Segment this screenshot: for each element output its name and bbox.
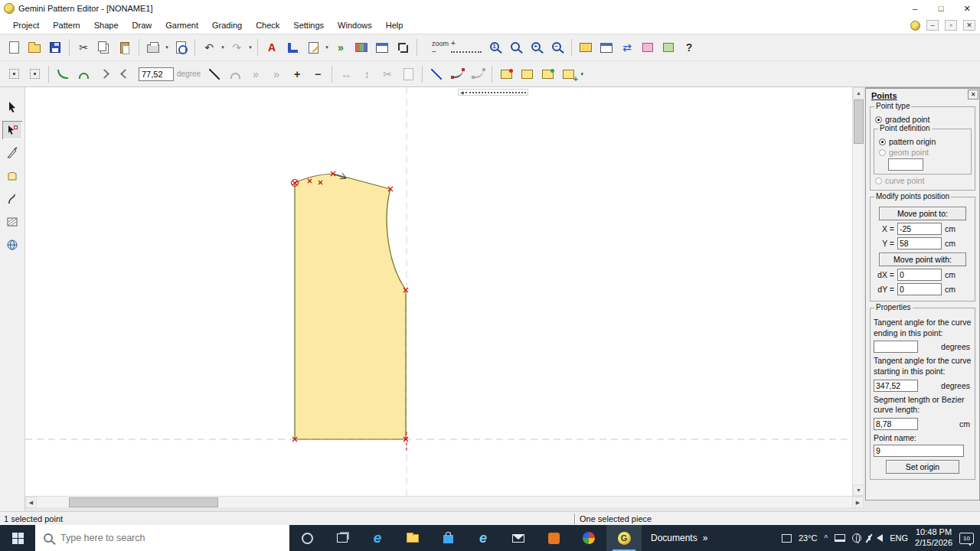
canvas-ruler-widget[interactable]: ◀ [458,89,528,96]
angle-input[interactable] [139,67,174,81]
point-name-input[interactable] [874,445,964,457]
zoom-slider-plus-icon[interactable]: + [451,39,482,47]
curve-pencil-button[interactable] [53,64,73,84]
new-piece-button[interactable]: + [558,64,578,84]
new-button[interactable] [4,37,24,57]
piece-tool-1-button[interactable] [496,64,516,84]
piece-table-button[interactable] [576,37,596,57]
menu-draw[interactable]: Draw [126,18,159,32]
zoom-slider-track[interactable] [451,51,482,53]
scroll-down-button[interactable]: ▼ [853,484,864,496]
mail-button[interactable] [501,525,536,551]
dx-input[interactable] [897,269,942,281]
scroll-up-button[interactable]: ▲ [853,87,864,99]
y-input[interactable] [897,237,942,249]
select-tool-button[interactable] [2,98,22,116]
cut-segment-button[interactable]: ✂ [377,64,397,84]
mdi-minimize-button[interactable]: – [926,20,939,31]
pc-status-icon[interactable] [835,534,845,542]
speaker-icon[interactable] [877,534,883,542]
blue-line-tool-button[interactable] [426,64,446,84]
panel-close-button[interactable]: ✕ [968,90,978,99]
store-button[interactable] [430,525,466,551]
curve-points-button[interactable] [447,64,467,84]
ruler-tool-button[interactable] [283,37,302,57]
pattern-origin-radio[interactable] [879,139,886,145]
horizontal-scrollbar[interactable]: ◀ ▶ [25,496,864,507]
piece-tool-3-button[interactable] [537,64,557,84]
geom-point-radio[interactable] [879,149,886,156]
redo-button[interactable]: ↷ [227,37,247,57]
menu-grading[interactable]: Grading [205,18,249,32]
zoom-slider-minus-icon[interactable]: − [432,47,449,56]
tray-expand-icon[interactable]: ^ [825,534,828,543]
scroll-left-button[interactable]: ◀ [25,497,37,508]
search-input[interactable] [60,533,252,543]
measure-horizontal-button[interactable]: ↔ [336,64,356,84]
grid-view-button[interactable] [351,37,371,57]
gemini-app-button[interactable]: G [606,525,642,551]
fill-tool-button[interactable] [658,37,678,57]
tangent-ending-input[interactable] [874,341,918,353]
piece-tool-button[interactable] [2,167,22,185]
zoom-out-button[interactable]: − [547,37,567,57]
taskbar-search[interactable] [35,525,289,551]
network-icon[interactable] [852,533,861,543]
tangent-starting-input[interactable] [874,380,918,392]
vertical-scrollbar[interactable]: ▲ ▼ [852,87,864,496]
run-tool-button[interactable]: » [331,37,351,57]
documents-overflow-icon[interactable]: » [703,533,708,543]
maximize-button[interactable]: □ [928,0,954,17]
paste-button[interactable] [115,37,135,57]
zoom-in-button[interactable]: + [527,37,547,57]
cut-button[interactable]: ✂ [74,37,93,57]
move-point-to-button[interactable]: Move point to: [879,207,966,220]
horizontal-scroll-thumb[interactable] [69,497,218,507]
print-button[interactable] [143,37,163,57]
menu-check[interactable]: Check [249,18,286,32]
mdi-close-button[interactable]: ✕ [963,20,975,31]
knife-tool-button[interactable] [2,144,22,162]
sheet-tool-button[interactable] [303,37,323,57]
sheet-dropdown[interactable]: ▾ [324,44,330,51]
menu-project[interactable]: Project [6,18,46,32]
segment-length-input[interactable] [874,418,918,430]
add-point-button[interactable]: + [287,64,307,84]
move-point-with-button[interactable]: Move point with: [879,253,966,266]
new-piece-dropdown[interactable]: ▾ [579,71,585,77]
menu-windows[interactable]: Windows [331,18,379,32]
menu-pattern[interactable]: Pattern [46,18,87,32]
snap-grid-button[interactable] [4,64,24,84]
set-origin-button[interactable]: Set origin [886,460,959,474]
arc-tool-button[interactable] [74,64,93,84]
corner-tool-button[interactable] [94,64,114,84]
menu-settings[interactable]: Settings [286,18,331,32]
task-view-button[interactable] [325,525,360,551]
piece-tool-2-button[interactable] [517,64,537,84]
redo-dropdown[interactable]: ▾ [247,44,253,51]
file-explorer-button[interactable] [395,525,430,551]
undo-button[interactable]: ↶ [199,37,219,57]
geom-point-input[interactable] [888,158,923,171]
language-indicator[interactable]: ENG [890,533,908,543]
clock[interactable]: 10:48 PM 2/15/2026 [915,527,952,549]
action-center-button[interactable]: 10 [959,533,974,544]
pinwheel-app-button[interactable] [571,525,606,551]
crop-tool-button[interactable] [393,37,413,57]
menu-help[interactable]: Help [379,18,410,32]
temperature-widget[interactable]: 23°C [799,533,818,543]
start-button[interactable] [0,525,35,551]
canvas[interactable]: ◀ ▲ ▼ ◀ ▶ [25,87,864,507]
arc-segment-button[interactable] [225,64,245,84]
mdi-restore-button[interactable]: ▫ [945,20,957,31]
minimize-button[interactable]: – [902,0,928,17]
snap-point-button[interactable] [24,64,44,84]
move-pieces-button[interactable]: ⇄ [617,37,637,57]
zoom-piece-button[interactable]: 1 [485,37,505,57]
zoom-fit-button[interactable] [506,37,526,57]
save-button[interactable] [45,37,65,57]
zoom-slider[interactable]: zoom + − [432,39,482,56]
menu-shape[interactable]: Shape [87,18,126,32]
line-tool-button[interactable] [204,64,224,84]
measure-vertical-button[interactable]: ↕ [357,64,377,84]
